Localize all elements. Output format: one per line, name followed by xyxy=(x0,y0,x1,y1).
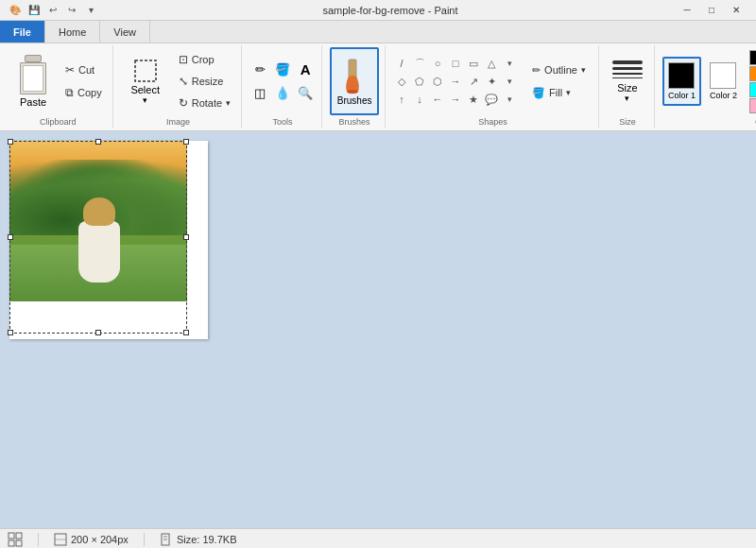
callout-shape[interactable]: 💬 xyxy=(483,91,500,108)
size-group: Size ▾ Size xyxy=(601,45,655,128)
tools-row-1: ✏ 🪣 A xyxy=(249,60,316,80)
clipboard-label: Clipboard xyxy=(40,117,77,127)
sel-handle-bm[interactable] xyxy=(95,330,101,335)
tab-file[interactable]: File xyxy=(0,21,45,43)
rotate-button[interactable]: ↻ Rotate ▾ xyxy=(174,93,235,113)
close-button[interactable]: ✕ xyxy=(724,0,748,21)
sel-handle-tr[interactable] xyxy=(183,139,189,145)
rect-shape[interactable]: □ xyxy=(447,55,464,72)
more-shapes[interactable]: ▾ xyxy=(501,55,518,72)
cut-button[interactable]: ✂ Cut xyxy=(60,60,107,80)
diamond-shape[interactable]: ◇ xyxy=(393,73,410,90)
brushes-button[interactable]: Brushes xyxy=(330,47,379,115)
star4-shape[interactable]: ✦ xyxy=(483,73,500,90)
copy-button[interactable]: ⧉ Copy xyxy=(60,82,107,103)
outline-dropdown: ▾ xyxy=(581,65,586,75)
clipboard-group: Paste ✂ Cut ⧉ Copy Clipboard xyxy=(4,45,113,128)
brushes-label: Brushes xyxy=(337,95,372,106)
title-bar: 🎨 💾 ↩ ↪ ▾ sample-for-bg-remove - Paint ─… xyxy=(0,0,756,21)
sel-handle-tl[interactable] xyxy=(8,139,13,145)
sel-handle-mr[interactable] xyxy=(183,234,189,240)
select-dropdown-icon: ▾ xyxy=(143,95,147,105)
image-group-btns: ⊡ Crop ⤡ Resize ↻ Rotate ▾ xyxy=(174,49,235,113)
outline-button[interactable]: ✏ Outline ▾ xyxy=(525,60,593,80)
save-icon[interactable]: 💾 xyxy=(26,3,42,18)
downarrow-shape[interactable]: ↓ xyxy=(411,91,428,108)
fill-tool[interactable]: 🪣 xyxy=(272,60,293,80)
tab-view[interactable]: View xyxy=(100,21,150,43)
star5-shape[interactable]: ★ xyxy=(465,91,482,108)
sel-handle-br[interactable] xyxy=(183,330,189,335)
magnifier-tool[interactable]: 🔍 xyxy=(295,83,316,104)
undo-icon[interactable]: ↩ xyxy=(45,3,60,18)
uparrow-shape[interactable]: ↑ xyxy=(393,91,410,108)
oval-shape[interactable]: ○ xyxy=(429,55,446,72)
arrow-shape[interactable]: → xyxy=(447,73,464,90)
cut-label: Cut xyxy=(78,64,94,76)
tab-home[interactable]: Home xyxy=(45,21,100,43)
rotate-icon: ↻ xyxy=(179,96,188,110)
palette-black[interactable] xyxy=(749,50,756,65)
maximize-button[interactable]: □ xyxy=(699,0,724,21)
color1-swatch xyxy=(668,62,695,89)
palette-row-1 xyxy=(749,50,756,65)
status-divider-1 xyxy=(38,533,39,546)
fill-button[interactable]: 🪣 Fill ▾ xyxy=(525,82,593,103)
size-line-2 xyxy=(612,67,643,70)
pentagon-shape[interactable]: ⬠ xyxy=(411,73,428,90)
canvas-area[interactable] xyxy=(0,131,756,528)
svg-point-3 xyxy=(347,90,358,94)
resize-label: Resize xyxy=(192,76,224,87)
window-controls: ─ □ ✕ xyxy=(675,0,748,21)
rotate-label: Rotate xyxy=(192,97,222,109)
status-size: Size: 19.7KB xyxy=(160,533,237,546)
paste-button[interactable]: Paste xyxy=(9,47,57,115)
sel-handle-tm[interactable] xyxy=(95,139,101,145)
shapes-row-2: ◇ ⬠ ⬡ → ↗ ✦ ▾ xyxy=(393,73,518,90)
sel-handle-bl[interactable] xyxy=(8,330,13,335)
resize-button[interactable]: ⤡ Resize xyxy=(174,71,235,92)
dimensions-icon xyxy=(54,533,67,546)
color2-swatch xyxy=(710,62,736,89)
crop-label: Crop xyxy=(192,54,215,65)
crop-button[interactable]: ⊡ Crop xyxy=(174,49,235,70)
palette-pink[interactable] xyxy=(749,98,756,113)
color2-button[interactable]: Color 2 xyxy=(705,58,742,105)
resize-icon: ⤡ xyxy=(179,75,188,88)
curve-shape[interactable]: ⌒ xyxy=(411,55,428,72)
status-bar: 200 × 204px Size: 19.7KB xyxy=(0,528,756,548)
palette-cyan[interactable] xyxy=(749,82,756,97)
more-shapes3[interactable]: ▾ xyxy=(501,91,518,108)
fill-dropdown: ▾ xyxy=(566,88,571,97)
clipboard-small-btns: ✂ Cut ⧉ Copy xyxy=(60,60,107,103)
eraser-tool[interactable]: ◫ xyxy=(249,83,270,104)
rightarrow-shape[interactable]: → xyxy=(447,91,464,108)
svg-rect-5 xyxy=(16,533,22,539)
color1-button[interactable]: Color 1 xyxy=(662,57,701,106)
triangle-shape[interactable]: △ xyxy=(483,55,500,72)
arrow2-shape[interactable]: ↗ xyxy=(465,73,482,90)
fill-icon: 🪣 xyxy=(532,87,545,99)
sel-handle-ml[interactable] xyxy=(8,234,13,240)
hexagon-shape[interactable]: ⬡ xyxy=(429,73,446,90)
filesize-icon xyxy=(160,533,173,546)
more-shapes2[interactable]: ▾ xyxy=(501,73,518,90)
pencil-tool[interactable]: ✏ xyxy=(249,60,270,80)
clipboard-group-inner: Paste ✂ Cut ⧉ Copy xyxy=(9,47,107,115)
size-button[interactable]: Size ▾ xyxy=(607,47,648,115)
select-button[interactable]: Select ▾ xyxy=(121,47,170,115)
palette-orange[interactable] xyxy=(749,66,756,81)
text-tool[interactable]: A xyxy=(295,60,316,80)
redo-icon[interactable]: ↪ xyxy=(64,3,79,18)
status-divider-2 xyxy=(144,533,145,546)
roundrect-shape[interactable]: ▭ xyxy=(465,55,482,72)
minimize-button[interactable]: ─ xyxy=(675,0,699,21)
dropdown-icon[interactable]: ▾ xyxy=(83,3,98,18)
tools-icons: ✏ 🪣 A ◫ 💧 🔍 xyxy=(249,60,316,104)
status-view-toggle[interactable] xyxy=(8,532,23,547)
size-label: Size xyxy=(617,82,637,94)
leftarrow-shape[interactable]: ← xyxy=(429,91,446,108)
line-shape[interactable]: / xyxy=(393,55,410,72)
eyedropper-tool[interactable]: 💧 xyxy=(272,83,293,104)
paste-label: Paste xyxy=(20,96,46,108)
